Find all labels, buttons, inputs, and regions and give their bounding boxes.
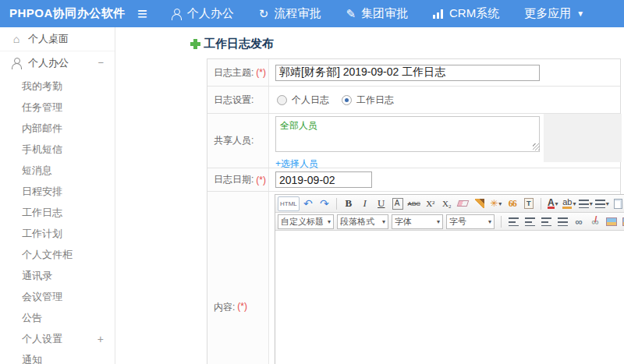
remove-link-button[interactable]: ∞/ (587, 214, 603, 229)
app-window: PHPOA协同办公软件 ≡ 个人办公 ↻ 流程审批 ✎ 集团审批 CRM系统 更… (0, 0, 624, 364)
underline-button[interactable]: U (374, 196, 389, 211)
nav-label: 更多应用 (524, 6, 571, 21)
select-value: 段落格式 (340, 216, 374, 228)
bullet-list-icon (595, 200, 605, 208)
hamburger-menu-icon[interactable]: ≡ (137, 5, 147, 23)
auto-typeset-button[interactable]: ✳▾ (488, 196, 504, 211)
sidebar-item-internal-mail[interactable]: 内部邮件 (0, 118, 115, 139)
share-people-textarea[interactable]: 全部人员 (275, 116, 540, 152)
font-family-select[interactable]: 字体▾ (392, 214, 443, 229)
image-icon (606, 217, 617, 226)
radio-personal-label[interactable]: 个人日志 (292, 94, 329, 107)
paragraph-format-select[interactable]: 段落格式▾ (337, 214, 388, 229)
person-icon (171, 9, 182, 19)
superscript-button[interactable]: X² (423, 196, 438, 211)
font-color-button[interactable]: A▾ (545, 196, 561, 211)
date-label-cell: 日志日期: (*) (207, 168, 269, 191)
sidebar-item-label: 短消息 (22, 164, 52, 178)
sidebar-item-attendance[interactable]: 我的考勤 (0, 76, 115, 97)
expand-plus-icon[interactable]: + (98, 333, 104, 345)
html-source-button[interactable]: HTML (278, 196, 300, 211)
sidebar: ⌂ 个人桌面 个人办公 − 我的考勤 任务管理 内部邮件 手机短信 短消息 日程… (0, 27, 115, 364)
nav-label: 个人办公 (187, 6, 234, 21)
date-label: 日志日期: (214, 173, 254, 186)
font-size-select[interactable]: 字号▾ (446, 214, 495, 229)
highlight-color-button[interactable]: ab▾ (562, 196, 577, 211)
main-content: 工作日志发布 日志主题: (*) 日志设置: (115, 27, 624, 364)
edit-square-icon: ✎ (346, 8, 356, 19)
sidebar-item-schedule[interactable]: 日程安排 (0, 181, 115, 202)
nav-label: 集团审批 (361, 6, 408, 21)
nav-more-apps[interactable]: 更多应用 ▼ (524, 6, 584, 21)
paste-text-button[interactable]: T (521, 196, 537, 211)
sidebar-item-label: 通讯录 (22, 269, 52, 283)
unlink-icon: ∞/ (591, 216, 598, 228)
nav-process-approval[interactable]: ↻ 流程审批 (259, 6, 321, 21)
top-nav: 个人办公 ↻ 流程审批 ✎ 集团审批 CRM系统 更多应用 ▼ (171, 6, 584, 21)
sidebar-item-meetings[interactable]: 会议管理 (0, 286, 115, 307)
subject-label: 日志主题: (214, 66, 254, 80)
strikethrough-button[interactable]: ABC (406, 196, 422, 211)
sidebar-item-tasks[interactable]: 任务管理 (0, 97, 115, 118)
bold-button[interactable]: B (341, 196, 356, 211)
insert-image-button[interactable] (604, 214, 619, 229)
radio-personal-log[interactable] (277, 95, 287, 105)
date-row: 日志日期: (*) (207, 168, 620, 192)
nav-group-approval[interactable]: ✎ 集团审批 (346, 6, 408, 21)
radio-work-label[interactable]: 工作日志 (356, 94, 394, 107)
custom-title-select[interactable]: 自定义标题▾ (278, 214, 334, 229)
chevron-down-icon: ▾ (382, 218, 385, 225)
align-justify-button[interactable] (555, 214, 570, 229)
select-value: 自定义标题 (281, 216, 324, 228)
align-center-button[interactable] (522, 214, 537, 229)
undo-icon[interactable]: ↶ (300, 196, 316, 211)
resize-grip-icon[interactable] (533, 143, 540, 150)
radio-work-log[interactable] (342, 95, 352, 105)
nav-personal-office[interactable]: 个人办公 (171, 6, 234, 21)
ordered-list-button[interactable]: ▾ (578, 196, 594, 211)
upload-image-button[interactable] (620, 214, 624, 229)
content-label: 内容: (214, 301, 235, 314)
sidebar-item-personal-settings[interactable]: 个人设置 + (0, 328, 115, 349)
bar-chart-icon (433, 9, 444, 19)
sidebar-item-desktop[interactable]: ⌂ 个人桌面 (0, 27, 115, 51)
log-date-input[interactable] (275, 171, 372, 188)
eraser-icon (457, 200, 470, 207)
remove-format-button[interactable] (456, 196, 471, 211)
sidebar-item-work-log[interactable]: 工作日志 (0, 202, 115, 223)
subscript-button[interactable]: X₂ (439, 196, 455, 211)
subject-row: 日志主题: (*) (207, 59, 620, 87)
share-row: 共享人员: 全部人员 +选择人员 (207, 114, 620, 168)
align-left-button[interactable] (505, 214, 521, 229)
chevron-down-icon: ▾ (498, 200, 502, 207)
insert-link-button[interactable]: ∞ (571, 214, 587, 229)
chevron-down-icon: ▾ (573, 200, 576, 207)
chevron-down-icon: ▼ (576, 9, 584, 18)
editor-content-area[interactable] (275, 231, 624, 364)
collapse-minus-icon[interactable]: − (98, 57, 104, 69)
format-painter-button[interactable] (472, 196, 488, 211)
char-border-button[interactable]: A (392, 198, 403, 210)
italic-button[interactable]: I (357, 196, 373, 211)
unordered-list-button[interactable]: ▾ (594, 196, 610, 211)
sidebar-item-notifications[interactable]: 通知 (0, 349, 115, 364)
blockquote-button[interactable]: 66 (505, 196, 520, 211)
toolbar-separator (501, 216, 502, 228)
nav-label: CRM系统 (449, 6, 499, 21)
sidebar-item-announcements[interactable]: 公告 (0, 307, 115, 328)
sidebar-item-sms[interactable]: 手机短信 (0, 139, 115, 160)
sidebar-item-work-plan[interactable]: 工作计划 (0, 223, 115, 244)
sidebar-item-contacts[interactable]: 通讯录 (0, 265, 115, 286)
toolbar-separator (541, 198, 541, 210)
nav-crm-system[interactable]: CRM系统 (433, 6, 499, 21)
sidebar-item-personal-office[interactable]: 个人办公 − (0, 51, 115, 74)
page-break-button[interactable] (611, 196, 624, 211)
sidebar-item-file-cabinet[interactable]: 个人文件柜 (0, 244, 115, 265)
sidebar-item-short-message[interactable]: 短消息 (0, 160, 115, 181)
person-icon (11, 58, 22, 69)
redo-icon[interactable]: ↷ (317, 196, 332, 211)
sidebar-item-label: 个人文件柜 (22, 248, 73, 262)
subject-input[interactable] (275, 65, 540, 81)
link-icon: ∞ (575, 216, 582, 228)
align-right-button[interactable] (538, 214, 554, 229)
